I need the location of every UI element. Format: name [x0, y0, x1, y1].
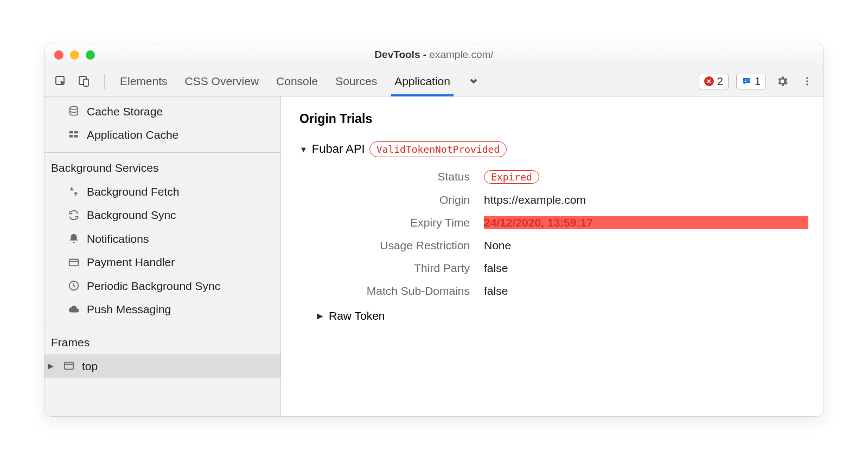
sidebar-item-cache-storage[interactable]: Cache Storage [44, 100, 280, 124]
tab-elements[interactable]: Elements [120, 67, 168, 96]
field-label-third-party: Third Party [329, 262, 470, 275]
origin-trial-row[interactable]: ▼ Fubar API ValidTokenNotProvided [299, 141, 808, 157]
sidebar-item-label: Application Cache [87, 126, 178, 144]
application-sidebar: Cache Storage Application Cache Backgrou… [44, 96, 281, 416]
svg-point-6 [806, 80, 808, 82]
toolbar-separator [104, 74, 105, 89]
fetch-icon [67, 185, 80, 198]
disclosure-triangle-icon[interactable]: ▶ [317, 311, 323, 321]
field-value-expiry: 24/12/2020, 13:59:17 [484, 216, 808, 229]
sidebar-section-heading: Frames [44, 327, 280, 354]
frame-icon [62, 359, 75, 372]
sidebar-item-frame-top[interactable]: ▶ top [44, 354, 280, 378]
sidebar-item-label: Notifications [87, 230, 149, 248]
expired-badge: Expired [484, 170, 539, 184]
raw-token-label: Raw Token [329, 309, 385, 322]
field-label-origin: Origin [329, 193, 470, 206]
bell-icon [67, 232, 80, 245]
sidebar-item-label: top [82, 358, 98, 375]
more-tabs-button[interactable] [468, 67, 480, 96]
sidebar-background-section: Background Services Background Fetch Bac… [44, 152, 280, 327]
message-icon [742, 76, 751, 86]
disclosure-triangle-icon[interactable]: ▼ [299, 145, 308, 154]
field-label-match-subdomains: Match Sub-Domains [329, 285, 470, 298]
tab-application[interactable]: Application [394, 67, 450, 96]
field-value-usage: None [484, 239, 808, 252]
window-controls [44, 50, 95, 60]
svg-point-8 [70, 107, 78, 110]
sidebar-item-push-messaging[interactable]: Push Messaging [44, 298, 280, 321]
trial-name: Fubar API [312, 142, 365, 156]
origin-trials-heading: Origin Trials [299, 112, 808, 126]
sidebar-item-label: Periodic Background Sync [87, 277, 220, 295]
messages-count: 1 [755, 75, 761, 88]
sidebar-item-periodic-background-sync[interactable]: Periodic Background Sync [44, 274, 280, 298]
field-value-origin: https://example.com [484, 193, 808, 206]
sidebar-item-background-fetch[interactable]: Background Fetch [44, 180, 280, 204]
minimize-window-icon[interactable] [70, 50, 79, 60]
field-value-third-party: false [484, 262, 808, 275]
sidebar-item-label: Background Fetch [87, 183, 179, 201]
sidebar-item-label: Payment Handler [87, 254, 175, 271]
svg-rect-15 [65, 363, 74, 370]
panel-body: Cache Storage Application Cache Backgrou… [44, 96, 824, 416]
sidebar-section-heading: Background Services [44, 153, 280, 180]
devtools-toolbar: Elements CSS Overview Console Sources Ap… [44, 67, 824, 96]
svg-point-5 [806, 77, 808, 79]
errors-count: 2 [717, 75, 723, 88]
field-label-status: Status [329, 170, 470, 184]
cloud-icon [67, 303, 80, 316]
device-toolbar-icon[interactable] [75, 73, 92, 90]
error-icon [704, 76, 714, 86]
svg-rect-12 [74, 135, 78, 138]
sidebar-item-application-cache[interactable]: Application Cache [44, 123, 280, 147]
panel-tabs: Elements CSS Overview Console Sources Ap… [109, 67, 480, 96]
disclosure-triangle-icon[interactable]: ▶ [48, 360, 54, 372]
svg-rect-9 [69, 131, 73, 133]
sidebar-item-label: Cache Storage [87, 103, 163, 120]
database-icon [67, 105, 80, 118]
sidebar-cache-section: Cache Storage Application Cache [44, 96, 280, 147]
origin-trials-pane: Origin Trials ▼ Fubar API ValidTokenNotP… [281, 96, 824, 416]
token-status-badge: ValidTokenNotProvided [369, 141, 507, 157]
svg-rect-10 [74, 131, 78, 133]
sidebar-frames-section: Frames ▶ top [44, 327, 280, 378]
sidebar-item-background-sync[interactable]: Background Sync [44, 203, 280, 227]
svg-rect-4 [744, 81, 747, 81]
inspect-element-icon[interactable] [52, 73, 69, 90]
field-value-status: Expired [484, 170, 808, 184]
field-label-usage: Usage Restriction [329, 239, 470, 252]
svg-rect-2 [84, 79, 88, 86]
svg-rect-11 [69, 135, 73, 138]
errors-chip[interactable]: 2 [699, 74, 729, 89]
field-label-expiry: Expiry Time [329, 216, 470, 229]
tab-console[interactable]: Console [276, 67, 318, 96]
sync-icon [67, 209, 80, 222]
sidebar-item-label: Background Sync [87, 206, 176, 224]
settings-gear-icon[interactable] [774, 73, 791, 90]
raw-token-row[interactable]: ▶ Raw Token [317, 309, 808, 322]
messages-chip[interactable]: 1 [736, 74, 766, 89]
kebab-menu-icon[interactable] [799, 73, 816, 90]
card-icon [67, 256, 80, 269]
sidebar-item-label: Push Messaging [87, 301, 171, 318]
clock-icon [67, 279, 80, 292]
svg-rect-3 [744, 80, 749, 80]
sidebar-item-notifications[interactable]: Notifications [44, 227, 280, 251]
titlebar: DevTools - example.com/ [44, 43, 824, 67]
zoom-window-icon[interactable] [86, 50, 95, 60]
close-window-icon[interactable] [54, 50, 63, 60]
svg-point-7 [806, 83, 808, 86]
devtools-window: DevTools - example.com/ Elements CSS Ove… [44, 43, 824, 417]
tab-sources[interactable]: Sources [335, 67, 377, 96]
trial-details-grid: Status Expired Origin https://example.co… [329, 170, 808, 298]
sidebar-item-payment-handler[interactable]: Payment Handler [44, 250, 280, 274]
field-value-match-subdomains: false [484, 285, 808, 298]
window-title: DevTools - example.com/ [44, 49, 824, 61]
grid-icon [67, 128, 80, 141]
tab-css-overview[interactable]: CSS Overview [185, 67, 259, 96]
svg-rect-13 [69, 259, 79, 266]
